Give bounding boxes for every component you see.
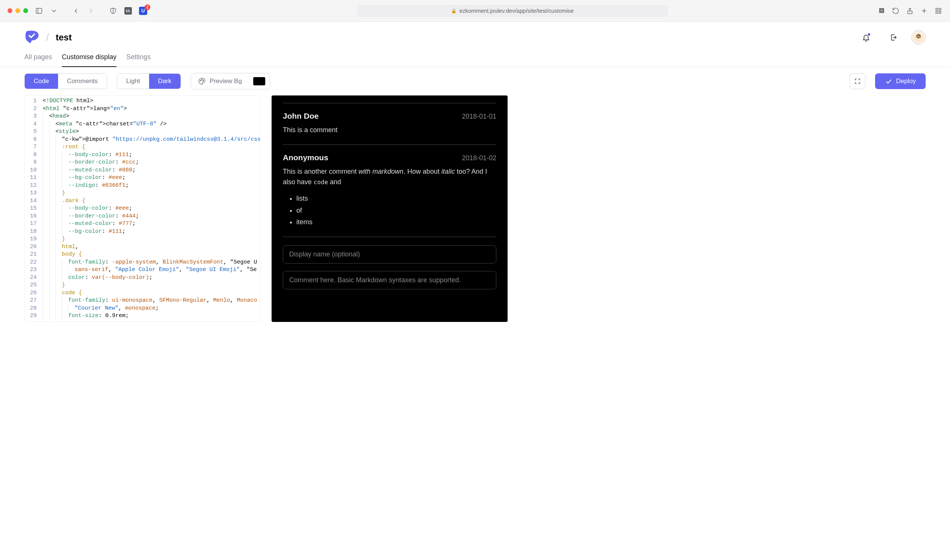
extension-icon-1[interactable]: 10.	[124, 7, 132, 15]
divider	[283, 145, 497, 145]
svg-rect-0	[36, 8, 42, 13]
tabs-overview-icon[interactable]	[934, 7, 942, 15]
list-item: of	[296, 206, 497, 216]
browser-chrome: 10. U 2 🔒 ezkomment.joulev.dev/app/site/…	[0, 0, 950, 22]
notification-dot	[867, 32, 871, 36]
preview-panel: John Doe 2018-01-01 This is a comment An…	[271, 95, 507, 322]
extension-icon-2[interactable]: U 2	[139, 7, 147, 15]
comment-author: Anonymous	[283, 153, 328, 162]
fullscreen-button[interactable]	[850, 73, 865, 89]
theme-segment: Light Dark	[117, 73, 181, 89]
code-tab-button[interactable]: Code	[25, 74, 58, 89]
reload-icon[interactable]	[891, 7, 900, 15]
comment-body: This is a comment	[283, 125, 497, 135]
display-name-input[interactable]	[283, 245, 497, 263]
preview-bg-swatch[interactable]	[253, 77, 265, 85]
svg-rect-6	[936, 8, 938, 10]
check-icon	[885, 77, 892, 85]
deploy-label: Deploy	[896, 77, 916, 85]
comment-author: John Doe	[283, 112, 319, 120]
avatar[interactable]	[911, 30, 926, 45]
lock-icon: 🔒	[451, 8, 456, 14]
toolbar: Code Comments Light Dark Preview Bg Depl…	[0, 67, 950, 95]
comment-date: 2018-01-02	[462, 154, 497, 162]
comment-body: This is another comment with markdown. H…	[283, 166, 497, 228]
palette-icon	[198, 77, 206, 85]
code-content[interactable]: <!DOCTYPE html><html "c-attr">lang="en">…	[40, 96, 260, 322]
list-item: items	[296, 217, 497, 228]
tabs: All pages Customise display Settings	[0, 45, 950, 67]
svg-point-17	[200, 80, 201, 81]
comment-list: lists of items	[296, 194, 497, 228]
notifications-button[interactable]	[861, 32, 871, 42]
deploy-button[interactable]: Deploy	[875, 73, 926, 89]
maximize-window-button[interactable]	[23, 8, 28, 13]
comment-textarea[interactable]	[283, 271, 497, 289]
preview-bg-button[interactable]: Preview Bg	[191, 73, 249, 89]
light-theme-button[interactable]: Light	[117, 74, 149, 89]
logout-button[interactable]	[889, 32, 899, 42]
comment-date: 2018-01-01	[462, 113, 497, 120]
tab-settings[interactable]: Settings	[126, 53, 151, 67]
app-logo[interactable]	[24, 30, 39, 45]
comment-block: Anonymous 2018-01-02 This is another com…	[283, 153, 497, 228]
svg-point-19	[203, 80, 204, 81]
sidebar-toggle-icon[interactable]	[35, 7, 43, 15]
comments-tab-button[interactable]: Comments	[58, 74, 107, 89]
view-segment: Code Comments	[24, 73, 107, 89]
tab-customise-display[interactable]: Customise display	[62, 53, 117, 67]
main: 1234567891011121314151617181920212223242…	[0, 95, 950, 322]
divider	[283, 103, 497, 103]
list-item: lists	[296, 194, 497, 204]
code-editor[interactable]: 1234567891011121314151617181920212223242…	[24, 95, 261, 322]
back-button[interactable]	[72, 7, 80, 15]
translate-icon[interactable]: 🅰︎	[878, 7, 885, 15]
comment-block: John Doe 2018-01-01 This is a comment	[283, 112, 497, 135]
site-name[interactable]: test	[56, 32, 72, 43]
chevron-down-icon[interactable]	[50, 7, 58, 15]
svg-point-15	[918, 37, 918, 37]
breadcrumb-separator: /	[46, 31, 49, 43]
url-bar[interactable]: 🔒 ezkomment.joulev.dev/app/site/test/cus…	[357, 5, 668, 17]
fullscreen-icon	[854, 78, 861, 85]
dark-theme-button[interactable]: Dark	[149, 74, 180, 89]
new-tab-icon[interactable]	[920, 7, 928, 15]
line-gutter: 1234567891011121314151617181920212223242…	[25, 96, 40, 322]
close-window-button[interactable]	[8, 8, 12, 13]
url-text: ezkomment.joulev.dev/app/site/test/custo…	[460, 8, 574, 14]
app-header: / test	[0, 22, 950, 45]
extension-badge: 2	[145, 5, 150, 10]
preview-bg-label: Preview Bg	[210, 77, 242, 85]
svg-point-16	[919, 37, 920, 37]
window-controls	[8, 8, 28, 13]
svg-point-18	[202, 79, 202, 80]
forward-button[interactable]	[87, 7, 95, 15]
preview-bg-group: Preview Bg	[191, 73, 270, 89]
svg-rect-7	[939, 8, 941, 10]
tab-all-pages[interactable]: All pages	[24, 53, 52, 67]
svg-rect-9	[939, 11, 941, 13]
divider	[283, 237, 497, 237]
svg-rect-8	[936, 11, 938, 13]
share-icon[interactable]	[906, 7, 914, 15]
minimize-window-button[interactable]	[15, 8, 20, 13]
shield-icon[interactable]	[109, 7, 117, 15]
